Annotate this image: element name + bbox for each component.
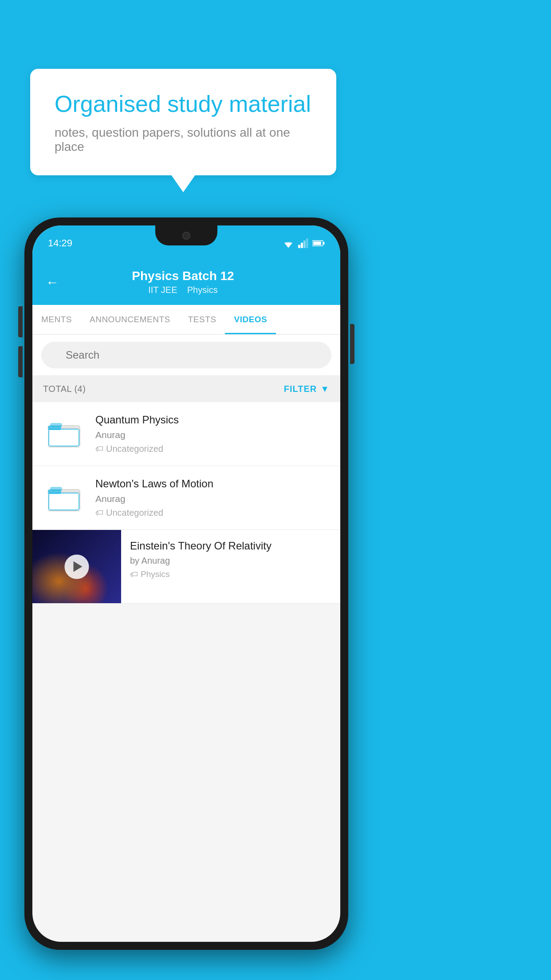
- video-list: Quantum Physics Anurag 🏷 Uncategorized: [32, 402, 340, 604]
- video-title: Quantum Physics: [95, 414, 331, 426]
- svg-rect-2: [298, 245, 300, 248]
- tab-tests[interactable]: TESTS: [179, 305, 225, 334]
- status-time: 14:29: [48, 237, 72, 249]
- phone-screen: 14:29: [32, 225, 340, 942]
- notch-cutout: [155, 225, 217, 245]
- svg-rect-8: [313, 241, 321, 245]
- video-info: Newton's Laws of Motion Anurag 🏷 Uncateg…: [95, 478, 331, 518]
- video-author: by Anurag: [130, 556, 331, 566]
- video-info: Quantum Physics Anurag 🏷 Uncategorized: [95, 414, 331, 454]
- folder-icon: [48, 419, 81, 448]
- search-input[interactable]: [41, 342, 331, 368]
- filter-funnel-icon: ▼: [320, 384, 330, 394]
- search-container: 🔍: [32, 335, 340, 376]
- header-title: Physics Batch 12: [68, 269, 298, 283]
- power-button: [350, 324, 354, 364]
- tag-label: Uncategorized: [106, 444, 163, 454]
- video-tag: 🏷 Uncategorized: [95, 444, 331, 454]
- battery-icon: [312, 239, 325, 248]
- tab-ments[interactable]: MENTS: [32, 305, 81, 334]
- svg-rect-13: [50, 423, 62, 427]
- video-author: Anurag: [95, 494, 331, 504]
- speech-bubble-container: Organised study material notes, question…: [30, 69, 336, 175]
- tag-label: Uncategorized: [106, 508, 163, 518]
- header-text: Physics Batch 12 IIT JEE Physics: [68, 269, 298, 295]
- phone-wrapper: 14:29: [24, 217, 348, 950]
- tag-icon: 🏷: [95, 444, 103, 454]
- svg-rect-16: [49, 493, 79, 510]
- tab-videos[interactable]: VIDEOS: [225, 305, 276, 334]
- volume-down-button: [18, 346, 23, 377]
- folder-icon: [48, 483, 81, 512]
- folder-thumb: [42, 419, 87, 448]
- list-item[interactable]: Newton's Laws of Motion Anurag 🏷 Uncateg…: [32, 466, 340, 530]
- svg-rect-3: [301, 243, 303, 248]
- svg-rect-11: [49, 429, 79, 446]
- bubble-title: Organised study material: [55, 90, 312, 118]
- folder-thumb: [42, 483, 87, 512]
- video-author: Anurag: [95, 430, 331, 440]
- front-camera: [182, 232, 190, 240]
- signal-icon: [298, 238, 309, 248]
- svg-rect-18: [50, 487, 62, 491]
- svg-rect-5: [306, 238, 308, 248]
- phone-outer: 14:29: [24, 217, 348, 950]
- status-icons: [282, 238, 325, 248]
- svg-rect-7: [323, 242, 325, 245]
- tab-announcements[interactable]: ANNOUNCEMENTS: [81, 305, 179, 334]
- filter-label: FILTER: [284, 384, 317, 394]
- svg-rect-4: [303, 241, 306, 248]
- video-thumbnail: [32, 530, 121, 603]
- header-subtitle: IIT JEE Physics: [68, 285, 298, 295]
- search-wrapper: 🔍: [41, 342, 331, 368]
- total-count: TOTAL (4): [43, 384, 86, 394]
- status-bar: 14:29: [32, 225, 340, 261]
- header-subtitle-physics: Physics: [187, 285, 218, 295]
- filter-button[interactable]: FILTER ▼: [284, 384, 330, 394]
- list-item[interactable]: Einstein's Theory Of Relativity by Anura…: [32, 530, 340, 604]
- play-icon: [73, 561, 82, 572]
- play-button[interactable]: [65, 554, 89, 579]
- bubble-subtitle: notes, question papers, solutions all at…: [55, 126, 312, 154]
- video-info: Einstein's Theory Of Relativity by Anura…: [130, 530, 331, 589]
- back-button[interactable]: ←: [46, 275, 59, 290]
- speech-bubble: Organised study material notes, question…: [30, 69, 336, 175]
- tag-label: Physics: [141, 569, 169, 579]
- video-tag: 🏷 Physics: [130, 569, 331, 579]
- video-title: Newton's Laws of Motion: [95, 478, 331, 490]
- tag-icon: 🏷: [95, 508, 103, 518]
- tag-icon: 🏷: [130, 570, 138, 579]
- video-tag: 🏷 Uncategorized: [95, 508, 331, 518]
- video-title: Einstein's Theory Of Relativity: [130, 540, 331, 552]
- list-item[interactable]: Quantum Physics Anurag 🏷 Uncategorized: [32, 402, 340, 466]
- filter-bar: TOTAL (4) FILTER ▼: [32, 376, 340, 402]
- header-subtitle-iitjee: IIT JEE: [148, 285, 177, 295]
- app-header: ← Physics Batch 12 IIT JEE Physics: [32, 261, 340, 305]
- wifi-icon: [282, 238, 295, 248]
- volume-up-button: [18, 306, 23, 337]
- tabs-container: MENTS ANNOUNCEMENTS TESTS VIDEOS: [32, 305, 340, 335]
